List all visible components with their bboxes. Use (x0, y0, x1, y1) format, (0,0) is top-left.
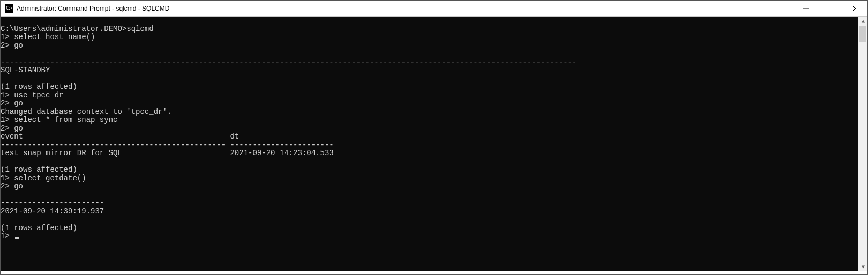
svg-marker-4 (861, 20, 864, 22)
scrollbar-track[interactable] (858, 26, 867, 262)
cmd-icon: C:\ (5, 4, 13, 13)
cmd-icon-label: C:\ (6, 6, 12, 11)
cursor (15, 237, 19, 239)
titlebar[interactable]: C:\ Administrator: Command Prompt - sqlc… (1, 1, 867, 17)
scroll-down-arrow-icon[interactable] (858, 262, 867, 271)
svg-marker-5 (861, 265, 864, 268)
minimize-button[interactable] (794, 1, 818, 17)
vertical-scrollbar[interactable] (858, 17, 867, 271)
console-area: C:\Users\administrator.DEMO>sqlcmd 1> se… (1, 17, 867, 274)
maximize-button[interactable] (818, 1, 843, 17)
close-button[interactable] (843, 1, 867, 17)
svg-rect-1 (828, 6, 833, 11)
terminal-output[interactable]: C:\Users\administrator.DEMO>sqlcmd 1> se… (1, 17, 858, 271)
scrollbar-thumb[interactable] (859, 26, 866, 42)
window-title: Administrator: Command Prompt - sqlcmd -… (17, 5, 169, 12)
scroll-up-arrow-icon[interactable] (858, 17, 867, 26)
